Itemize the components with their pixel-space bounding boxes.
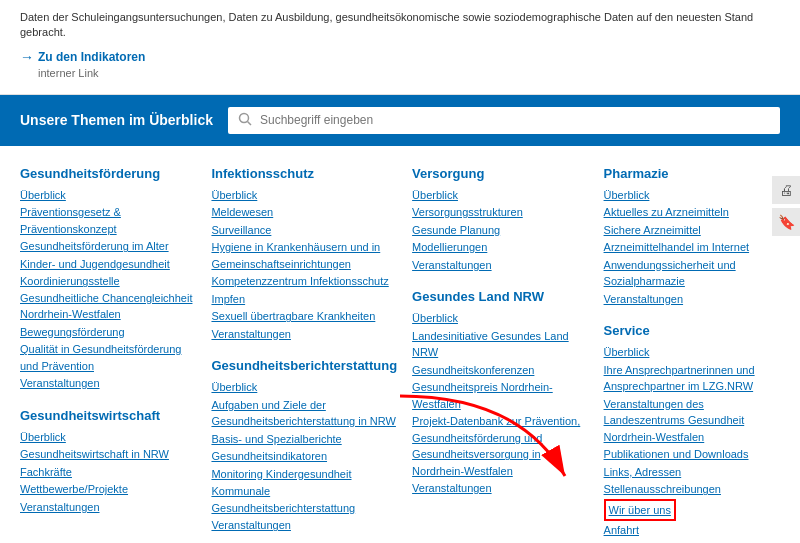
menu-item-col4-1-0[interactable]: Überblick bbox=[604, 344, 780, 361]
menu-item-col4-1-3[interactable]: Publikationen und Downloads bbox=[604, 446, 780, 463]
menu-item-col1-0-6[interactable]: Qualität in Gesundheitsförderung und Prä… bbox=[20, 341, 196, 374]
menu-column-col1: GesundheitsförderungÜberblickPräventions… bbox=[20, 166, 196, 540]
menu-item-col1-0-1[interactable]: Präventionsgesetz & Präventionskonzept bbox=[20, 204, 196, 237]
menu-item-col2-1-3[interactable]: Gesundheitsindikatoren bbox=[211, 448, 397, 465]
arrow-icon: → bbox=[20, 49, 34, 65]
menu-item-col4-1-7[interactable]: Anfahrt bbox=[604, 522, 780, 539]
menu-column-col4: PharmazieÜberblickAktuelles zu Arzneimit… bbox=[604, 166, 780, 540]
menu-grid-wrapper: GesundheitsförderungÜberblickPräventions… bbox=[0, 146, 800, 543]
category-title-col4-0: Pharmazie bbox=[604, 166, 780, 181]
menu-item-col3-1-5[interactable]: Veranstaltungen bbox=[412, 480, 588, 497]
menu-item-col4-1-6[interactable]: Wir über uns bbox=[604, 499, 676, 522]
search-bar: Unsere Themen im Überblick bbox=[0, 95, 800, 146]
menu-item-col4-0-0[interactable]: Überblick bbox=[604, 187, 780, 204]
menu-item-col2-0-6[interactable]: Sexuell übertragbare Krankheiten bbox=[211, 308, 397, 325]
menu-item-col2-1-1[interactable]: Aufgaben und Ziele der Gesundheitsberich… bbox=[211, 397, 397, 430]
menu-item-col4-1-2[interactable]: Veranstaltungen des Landeszentrums Gesun… bbox=[604, 396, 780, 446]
menu-item-col1-0-7[interactable]: Veranstaltungen bbox=[20, 375, 196, 392]
category-title-col2-1: Gesundheitsberichterstattung bbox=[211, 358, 397, 373]
category-title-col1-1: Gesundheitswirtschaft bbox=[20, 408, 196, 423]
menu-item-col2-0-4[interactable]: Kompetenzzentrum Infektionsschutz bbox=[211, 273, 397, 290]
menu-item-col1-0-0[interactable]: Überblick bbox=[20, 187, 196, 204]
search-input[interactable] bbox=[260, 113, 770, 127]
category-title-col4-1: Service bbox=[604, 323, 780, 338]
menu-item-col3-0-2[interactable]: Gesunde Planung bbox=[412, 222, 588, 239]
print-icon[interactable]: 🖨 bbox=[772, 176, 800, 204]
search-bar-title: Unsere Themen im Überblick bbox=[20, 112, 213, 128]
menu-item-col3-0-4[interactable]: Veranstaltungen bbox=[412, 257, 588, 274]
category-title-col3-1: Gesundes Land NRW bbox=[412, 289, 588, 304]
menu-item-col1-0-4[interactable]: Koordinierungsstelle Gesundheitliche Cha… bbox=[20, 273, 196, 323]
menu-item-col3-0-3[interactable]: Modellierungen bbox=[412, 239, 588, 256]
menu-item-col3-1-4[interactable]: Projekt-Datenbank zur Prävention, Gesund… bbox=[412, 413, 588, 479]
menu-item-col1-1-4[interactable]: Veranstaltungen bbox=[20, 499, 196, 516]
menu-item-col4-0-2[interactable]: Sichere Arzneimittel bbox=[604, 222, 780, 239]
side-icons: 🖨 🔖 bbox=[772, 176, 800, 236]
menu-item-col4-1-1[interactable]: Ihre Ansprechpartnerinnen und Ansprechpa… bbox=[604, 362, 780, 395]
svg-point-0 bbox=[239, 113, 248, 122]
menu-item-col2-1-2[interactable]: Basis- und Spezialberichte bbox=[211, 431, 397, 448]
menu-item-col2-1-0[interactable]: Überblick bbox=[211, 379, 397, 396]
menu-item-col2-1-6[interactable]: Veranstaltungen bbox=[211, 517, 397, 534]
menu-item-col2-0-3[interactable]: Hygiene in Krankenhäusern und in Gemeins… bbox=[211, 239, 397, 272]
menu-item-col2-1-4[interactable]: Monitoring Kindergesundheit bbox=[211, 466, 397, 483]
svg-line-1 bbox=[247, 121, 251, 125]
menu-item-col4-0-3[interactable]: Arzneimittelhandel im Internet bbox=[604, 239, 780, 256]
menu-item-col4-0-1[interactable]: Aktuelles zu Arzneimitteln bbox=[604, 204, 780, 221]
search-icon bbox=[238, 112, 252, 129]
menu-item-col4-0-4[interactable]: Anwendungssicherheit und Sozialpharmazie bbox=[604, 257, 780, 290]
menu-item-col3-1-3[interactable]: Gesundheitspreis Nordrhein-Westfalen bbox=[412, 379, 588, 412]
menu-item-col2-0-7[interactable]: Veranstaltungen bbox=[211, 326, 397, 343]
internal-link-label: interner Link bbox=[38, 67, 780, 79]
menu-item-col3-1-2[interactable]: Gesundheitskonferenzen bbox=[412, 362, 588, 379]
menu-item-col1-0-2[interactable]: Gesundheitsförderung im Alter bbox=[20, 238, 196, 255]
menu-item-col1-1-3[interactable]: Wettbewerbe/Projekte bbox=[20, 481, 196, 498]
menu-item-col2-0-5[interactable]: Impfen bbox=[211, 291, 397, 308]
menu-item-col4-1-5[interactable]: Stellenausschreibungen bbox=[604, 481, 780, 498]
menu-item-col3-1-1[interactable]: Landesinitiative Gesundes Land NRW bbox=[412, 328, 588, 361]
menu-column-col2: InfektionsschutzÜberblickMeldewesenSurve… bbox=[211, 166, 397, 540]
link-text: Zu den Indikatoren bbox=[38, 50, 145, 64]
category-title-col3-0: Versorgung bbox=[412, 166, 588, 181]
menu-item-col3-1-0[interactable]: Überblick bbox=[412, 310, 588, 327]
menu-item-col2-0-2[interactable]: Surveillance bbox=[211, 222, 397, 239]
bookmark-icon[interactable]: 🔖 bbox=[772, 208, 800, 236]
menu-item-col1-1-2[interactable]: Fachkräfte bbox=[20, 464, 196, 481]
search-wrapper bbox=[228, 107, 780, 134]
menu-item-col4-1-4[interactable]: Links, Adressen bbox=[604, 464, 780, 481]
top-text: Daten der Schuleingangsuntersuchungen, D… bbox=[20, 10, 780, 41]
menu-item-col1-0-3[interactable]: Kinder- und Jugendgesundheit bbox=[20, 256, 196, 273]
menu-item-col1-0-5[interactable]: Bewegungsförderung bbox=[20, 324, 196, 341]
menu-column-col3: VersorgungÜberblickVersorgungsstrukturen… bbox=[412, 166, 588, 540]
menu-item-col1-1-0[interactable]: Überblick bbox=[20, 429, 196, 446]
top-section: Daten der Schuleingangsuntersuchungen, D… bbox=[0, 0, 800, 95]
menu-item-col3-0-0[interactable]: Überblick bbox=[412, 187, 588, 204]
menu-item-col2-1-5[interactable]: Kommunale Gesundheitsberichterstattung bbox=[211, 483, 397, 516]
menu-item-col2-0-0[interactable]: Überblick bbox=[211, 187, 397, 204]
menu-item-col4-0-5[interactable]: Veranstaltungen bbox=[604, 291, 780, 308]
menu-grid: GesundheitsförderungÜberblickPräventions… bbox=[0, 146, 800, 543]
category-title-col1-0: Gesundheitsförderung bbox=[20, 166, 196, 181]
indikatoren-link[interactable]: → Zu den Indikatoren bbox=[20, 49, 780, 65]
category-title-col2-0: Infektionsschutz bbox=[211, 166, 397, 181]
menu-item-col1-1-1[interactable]: Gesundheitswirtschaft in NRW bbox=[20, 446, 196, 463]
menu-item-col3-0-1[interactable]: Versorgungsstrukturen bbox=[412, 204, 588, 221]
menu-item-col2-0-1[interactable]: Meldewesen bbox=[211, 204, 397, 221]
